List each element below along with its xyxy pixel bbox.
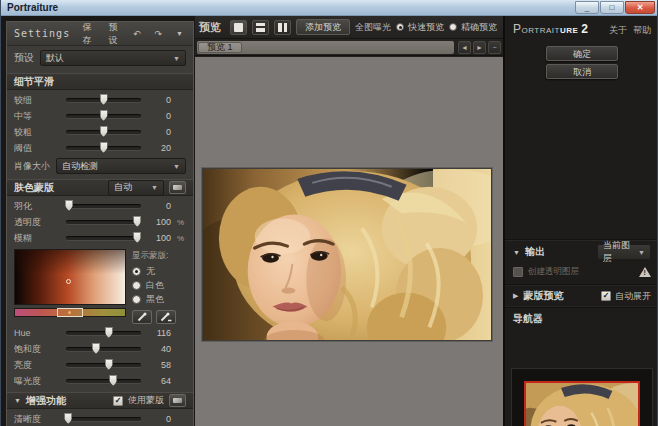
mask-picture-icon[interactable] [169,181,186,194]
detail-smoothing-header[interactable]: 细节平滑 [7,73,193,90]
color-picker-block: 显示蒙版: 无 白色 黑色 [7,246,193,325]
mask-radio-white[interactable]: 白色 [132,278,186,292]
preview-image[interactable] [202,168,492,341]
use-mask-checkbox[interactable]: ✓ [113,396,123,406]
cancel-button[interactable]: 取消 [546,64,618,79]
title-bar[interactable]: Portraiture _ □ ✕ [1,0,658,16]
navigator-section-header: 导航器 [505,307,658,330]
saturation-slider[interactable] [66,347,141,351]
sharpness-slider[interactable] [66,417,141,421]
blur-slider[interactable] [66,236,141,240]
radio-icon[interactable] [132,295,141,304]
hue-slider[interactable] [66,331,141,335]
radio-label: 白色 [146,279,164,292]
preset-dropdown[interactable]: 默认 ▼ [40,50,186,66]
radio-icon[interactable] [396,23,404,31]
exposure-label[interactable]: 全图曝光 [355,21,391,34]
auto-expand-label: 自动展开 [615,290,651,303]
slider-thumb[interactable] [100,126,108,137]
opacity-slider[interactable] [66,220,141,224]
slider-thumb[interactable] [133,232,141,243]
enhance-picture-icon[interactable] [169,394,186,407]
auto-expand-check-row[interactable]: ✓ 自动展开 [601,290,651,303]
medium-slider[interactable] [66,114,141,118]
preview-canvas[interactable] [195,57,503,426]
add-preview-button[interactable]: 添加预览 [296,19,350,35]
tab-prev-button[interactable]: ◄ [458,41,471,54]
slider-thumb[interactable] [92,343,100,354]
slider-thumb[interactable] [100,94,108,105]
tab-close-button[interactable]: − [488,41,501,54]
threshold-slider[interactable] [66,146,141,150]
eyedropper-subtract-button[interactable] [156,310,176,324]
eyedropper-add-button[interactable] [132,310,152,324]
settings-header: Settings 保存 预设 ↶ ↷ ▼ [7,22,193,46]
fast-preview-radio[interactable]: 快速预览 [396,21,444,34]
skin-mask-header[interactable]: 肤色蒙版 自动 ▼ [7,179,193,196]
skin-mask-mode-dropdown[interactable]: 自动 ▼ [108,180,164,196]
collapse-triangle-icon[interactable]: ▼ [14,397,21,404]
portrait-photo [203,169,491,340]
mask-preview-section-header[interactable]: ▶ 蒙版预览 ✓ 自动展开 [505,285,658,307]
preset-menu-button[interactable]: 预设 [104,21,122,48]
slider-thumb[interactable] [100,110,108,121]
skin-mask-mode-value: 自动 [114,181,132,194]
navigator-box[interactable] [511,368,653,426]
radio-icon[interactable] [132,281,141,290]
output-target-dropdown[interactable]: 当前图层 ▼ [597,244,651,260]
tab-next-button[interactable]: ► [473,41,486,54]
settings-menu-caret-icon[interactable]: ▼ [173,29,186,38]
brand-row: Portraiture2 关于 帮助 [505,20,658,43]
slider-thumb[interactable] [105,359,113,370]
large-slider[interactable] [66,130,141,134]
expand-triangle-icon[interactable]: ▶ [513,292,518,300]
ok-button[interactable]: 确定 [546,46,618,61]
portrait-size-dropdown[interactable]: 自动检测 ▼ [56,158,186,174]
slider-thumb[interactable] [100,142,108,153]
exposure-slider[interactable] [66,379,141,383]
about-link[interactable]: 关于 [609,24,627,37]
brightness-slider[interactable] [66,363,141,367]
color-field[interactable] [14,249,126,305]
slider-thumb[interactable] [133,216,141,227]
mask-radio-none[interactable]: 无 [132,264,186,278]
view-single-button[interactable] [230,20,247,35]
slider-row-exposure: 曝光度 64 [7,373,193,389]
maximize-button[interactable]: □ [600,1,624,14]
radio-icon[interactable] [449,23,457,31]
radio-icon[interactable] [132,267,141,276]
slider-thumb[interactable] [109,375,117,386]
slider-value: 0 [147,111,171,121]
color-field-cursor[interactable] [66,279,71,284]
slider-thumb[interactable] [64,413,72,424]
slider-value: 100 [147,217,171,227]
accurate-preview-radio[interactable]: 精确预览 [449,21,497,34]
mask-radio-black[interactable]: 黑色 [132,292,186,306]
feather-slider[interactable] [66,204,141,208]
redo-icon[interactable]: ↷ [152,28,166,40]
view-vsplit-button[interactable] [274,20,291,35]
close-button[interactable]: ✕ [625,1,655,14]
collapse-triangle-icon[interactable]: ▼ [513,249,520,256]
tab-preview-1[interactable]: 预览 1 [198,42,242,53]
fine-slider[interactable] [66,98,141,102]
output-title: 输出 [525,245,545,259]
transparent-layer-checkbox[interactable] [513,267,523,277]
slider-value: 0 [147,127,171,137]
help-link[interactable]: 帮助 [633,24,651,37]
view-hsplit-button[interactable] [252,20,269,35]
minimize-button[interactable]: _ [575,1,599,14]
save-preset-button[interactable]: 保存 [78,21,96,48]
navigator-thumbnail[interactable] [524,381,640,426]
slider-thumb[interactable] [105,327,113,338]
undo-icon[interactable]: ↶ [130,28,144,40]
auto-expand-checkbox[interactable]: ✓ [601,291,611,301]
enhancements-title: 增强功能 [26,394,108,408]
hue-selection[interactable] [57,308,83,317]
hue-bar[interactable] [14,308,126,317]
output-section-header[interactable]: ▼ 输出 当前图层 ▼ [505,240,658,264]
enhancements-header[interactable]: ▼ 增强功能 ✓ 使用蒙版 [7,392,193,409]
transparent-layer-label: 创建透明图层 [528,266,634,278]
chevron-down-icon: ▼ [173,163,180,170]
slider-thumb[interactable] [65,200,73,211]
